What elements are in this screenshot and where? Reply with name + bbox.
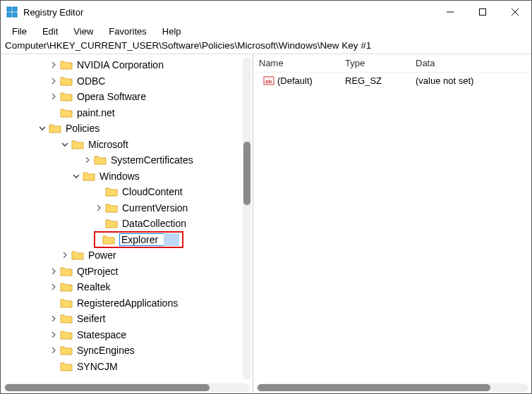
- title-bar: Registry Editor: [1, 1, 531, 23]
- selection-highlight: [164, 233, 179, 246]
- tree-item-cloudcontent[interactable]: CloudContent: [1, 184, 253, 200]
- tree-item-nvidia[interactable]: NVIDIA Corporation: [1, 57, 253, 73]
- folder-icon: [105, 187, 118, 197]
- folder-icon: [60, 266, 73, 276]
- chevron-right-icon[interactable]: [83, 155, 92, 165]
- tree-label: NVIDIA Corporation: [77, 60, 164, 70]
- chevron-right-icon[interactable]: [94, 203, 104, 213]
- chevron-right-icon[interactable]: [49, 92, 59, 101]
- column-data[interactable]: Data: [416, 58, 531, 68]
- close-button[interactable]: [499, 1, 531, 23]
- chevron-right-icon[interactable]: [49, 345, 59, 355]
- svg-rect-0: [7, 7, 11, 11]
- tree-item-opera[interactable]: Opera Software: [1, 89, 253, 105]
- rename-input[interactable]: [119, 233, 164, 246]
- tree-item-syncengines[interactable]: SyncEngines: [1, 343, 253, 359]
- tree-item-syscert[interactable]: SystemCertificates: [1, 152, 253, 168]
- scroll-thumb[interactable]: [5, 384, 210, 391]
- chevron-right-icon[interactable]: [49, 76, 59, 86]
- values-pane: Name Type Data ab (Default) REG_SZ (valu…: [253, 54, 531, 393]
- menu-bar: File Edit View Favorites Help: [1, 23, 531, 39]
- maximize-button[interactable]: [466, 1, 499, 23]
- folder-icon: [71, 250, 84, 260]
- minimize-button[interactable]: [434, 1, 466, 23]
- folder-icon: [60, 76, 73, 86]
- folder-icon: [60, 282, 73, 292]
- column-name[interactable]: Name: [253, 58, 345, 68]
- menu-view[interactable]: View: [66, 25, 100, 38]
- list-row[interactable]: ab (Default) REG_SZ (value not set): [253, 73, 531, 88]
- folder-icon: [105, 218, 118, 228]
- tree-item-microsoft[interactable]: Microsoft: [1, 137, 253, 153]
- folder-icon: [60, 92, 73, 101]
- chevron-down-icon[interactable]: [37, 123, 47, 133]
- chevron-right-icon[interactable]: [49, 314, 59, 324]
- address-text: Computer\HKEY_CURRENT_USER\Software\Poli…: [5, 40, 371, 51]
- chevron-down-icon[interactable]: [71, 171, 81, 181]
- tree-label: QtProject: [77, 266, 118, 276]
- tree-item-power[interactable]: Power: [1, 247, 253, 264]
- tree-item-currentversion[interactable]: CurrentVersion: [1, 200, 253, 216]
- folder-icon: [49, 123, 61, 133]
- tree-item-policies[interactable]: Policies: [1, 121, 253, 137]
- vertical-scrollbar[interactable]: [243, 57, 251, 379]
- tree-label: CloudContent: [122, 187, 183, 197]
- chevron-right-icon[interactable]: [60, 250, 70, 260]
- window-title: Registry Editor: [23, 7, 434, 18]
- tree-label: SYNCJM: [77, 362, 118, 371]
- value-name: (Default): [277, 75, 313, 86]
- tree-label: RegisteredApplications: [77, 298, 178, 308]
- tree-item-paintnet[interactable]: paint.net: [1, 105, 253, 121]
- folder-icon: [94, 155, 107, 165]
- chevron-right-icon[interactable]: [49, 266, 59, 276]
- folder-icon: [102, 235, 115, 245]
- tree-label: DataCollection: [122, 218, 186, 228]
- column-type[interactable]: Type: [345, 58, 416, 68]
- horizontal-scrollbar[interactable]: [256, 383, 528, 392]
- menu-favorites[interactable]: Favorites: [102, 25, 153, 38]
- folder-icon: [60, 362, 73, 371]
- menu-edit[interactable]: Edit: [35, 25, 65, 38]
- scroll-thumb[interactable]: [258, 384, 490, 391]
- folder-icon: [105, 203, 118, 213]
- folder-icon: [83, 171, 95, 181]
- tree-item-statespace[interactable]: Statespace: [1, 327, 253, 343]
- tree-label: CurrentVersion: [122, 203, 188, 213]
- chevron-right-icon[interactable]: [49, 282, 59, 292]
- svg-rect-3: [13, 13, 17, 17]
- menu-help[interactable]: Help: [155, 25, 188, 38]
- horizontal-scrollbar[interactable]: [4, 383, 250, 392]
- tree-item-windows[interactable]: Windows: [1, 168, 253, 185]
- tree-pane: NVIDIA Corporation ODBC Opera Software p…: [1, 54, 253, 393]
- string-value-icon: ab: [263, 75, 274, 86]
- menu-file[interactable]: File: [5, 25, 34, 38]
- folder-icon: [60, 108, 73, 118]
- folder-icon: [71, 140, 84, 149]
- tree-label: Seifert: [77, 314, 105, 324]
- chevron-right-icon[interactable]: [49, 60, 59, 70]
- scroll-thumb[interactable]: [243, 142, 250, 205]
- regedit-icon: [6, 6, 18, 18]
- tree-item-qtproject[interactable]: QtProject: [1, 264, 253, 280]
- tree-item-newkey-editing[interactable]: [1, 232, 253, 248]
- tree-label: Policies: [66, 123, 99, 133]
- tree-item-regapps[interactable]: RegisteredApplications: [1, 295, 253, 312]
- tree-item-seifert[interactable]: Seifert: [1, 311, 253, 327]
- tree-item-realtek[interactable]: Realtek: [1, 279, 253, 295]
- tree-item-datacollection[interactable]: DataCollection: [1, 216, 253, 232]
- chevron-right-icon[interactable]: [49, 330, 59, 340]
- tree-item-odbc[interactable]: ODBC: [1, 73, 253, 90]
- tree-label: Power: [88, 250, 116, 260]
- svg-rect-1: [13, 7, 17, 11]
- address-bar[interactable]: Computer\HKEY_CURRENT_USER\Software\Poli…: [1, 39, 531, 54]
- tree-item-syncjm[interactable]: SYNCJM: [1, 359, 253, 375]
- folder-icon: [60, 345, 73, 355]
- tree-label: Realtek: [77, 282, 110, 292]
- tree-label: paint.net: [77, 108, 115, 118]
- workspace: NVIDIA Corporation ODBC Opera Software p…: [1, 54, 531, 393]
- folder-icon: [60, 330, 73, 340]
- registry-tree[interactable]: NVIDIA Corporation ODBC Opera Software p…: [1, 54, 253, 382]
- chevron-down-icon[interactable]: [60, 140, 70, 149]
- folder-icon: [60, 60, 73, 70]
- tree-label: Windows: [99, 171, 140, 181]
